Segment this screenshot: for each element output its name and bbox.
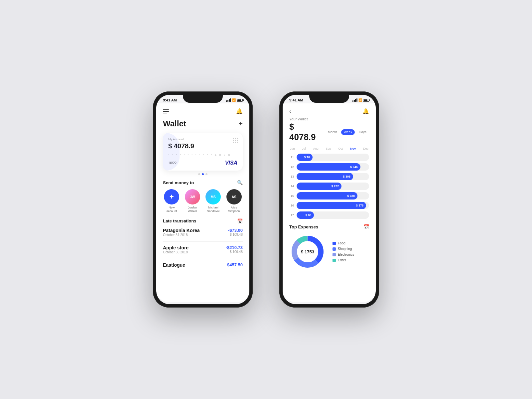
period-selector: Month Week Days: [325, 129, 369, 135]
card-dots-indicator: [163, 173, 243, 175]
status-icons-2: 📶: [352, 98, 369, 102]
month-labels: Jun Jul Aug Sep Oct Nov Dec: [289, 147, 369, 150]
wallet-title-row: Wallet +: [163, 119, 243, 128]
transaction-eastlogue: Eastlogue -$457.50: [163, 262, 243, 268]
wallet-title: Wallet: [163, 119, 186, 128]
tx-sub-2: $ 109.48: [226, 250, 243, 254]
bar-fill: $ 346: [297, 163, 360, 171]
bar-row-14: 14 $ 232: [289, 183, 369, 190]
tx-amount-1: -$73.00: [228, 228, 243, 233]
bell-icon-2[interactable]: 🔔: [362, 108, 369, 114]
label-alice: AliceSimpson: [228, 206, 240, 213]
card-label: My Account: [168, 138, 237, 141]
calendar-icon[interactable]: 📅: [237, 218, 243, 224]
tx-date-1: October 31 2018: [163, 233, 200, 237]
signal-icon-2: [352, 98, 357, 102]
battery-icon-1: [237, 99, 243, 102]
period-month[interactable]: Month: [325, 129, 340, 135]
bar-fill: $ 78: [297, 154, 313, 161]
month-jul: Jul: [302, 147, 306, 150]
bar-day-label: 12: [289, 165, 294, 169]
dot-3: [205, 173, 207, 175]
contact-alice[interactable]: AS AliceSimpson: [225, 189, 243, 213]
tx-amount-3: -$457.50: [226, 262, 243, 267]
bar-day-label: 13: [289, 175, 294, 178]
bar-row-17: 17 $ 83: [289, 211, 369, 219]
donut-row: $ 1753 Food Shopping: [289, 233, 369, 270]
legend-dot-shopping: [332, 247, 336, 251]
bar-fill: $ 83: [297, 211, 314, 219]
label-jordan: JordanWalker: [188, 206, 197, 213]
tx-name-3: Eastlogue: [163, 262, 185, 268]
transaction-patagonia: Patagonia Korea October 31 2018 -$73.00 …: [163, 228, 243, 237]
wallet2-label: Your Wallet: [289, 117, 369, 121]
calendar-icon-2[interactable]: 📅: [363, 224, 369, 229]
wallet2-amount: $ 4078.9: [289, 122, 323, 142]
month-nov: Nov: [350, 147, 356, 150]
legend-electronics: Electronics: [332, 253, 354, 256]
wallet-card[interactable]: My Account $ 4078.9 • • • • • • • • • • …: [163, 133, 243, 171]
bar-row-12: 12 $ 346: [289, 163, 369, 171]
month-aug: Aug: [313, 147, 319, 150]
contacts-row: + Newaccount JW JordanWalker MS MichaelS…: [163, 189, 243, 213]
legend-shopping: Shopping: [332, 247, 354, 251]
screen-2: ‹ 🔔 Your Wallet $ 4078.9 Month Week Days…: [283, 103, 376, 302]
avatar-alice: AS: [226, 189, 242, 204]
label-michael: MichaelSandoval: [207, 206, 219, 213]
menu-icon[interactable]: [163, 109, 169, 113]
expenses-header: Top Expenses 📅: [289, 224, 369, 229]
back-button[interactable]: ‹: [289, 108, 291, 114]
signal-icon-1: [226, 98, 231, 102]
bar-chart: 11 $ 78 12 $ 346 13 $ 308 14 $ 232 15 $ …: [289, 154, 369, 219]
bar-day-label: 11: [289, 156, 294, 159]
tx-name-2: Apple store: [163, 245, 189, 250]
time-2: 9:41 AM: [289, 98, 303, 102]
tx-amount-2: -$210.73: [226, 245, 243, 250]
legend-label-other: Other: [338, 258, 346, 262]
donut-chart: $ 1753: [289, 233, 326, 270]
month-sep: Sep: [326, 147, 331, 150]
bar-fill: $ 378: [297, 202, 366, 209]
notch-1: [183, 95, 223, 103]
battery-icon-2: [363, 99, 369, 102]
legend: Food Shopping Electronics Other: [332, 241, 354, 262]
donut-center-label: $ 1753: [301, 249, 314, 254]
bar-row-15: 15 $ 328: [289, 192, 369, 200]
time-1: 9:41 AM: [163, 98, 177, 102]
bar-track: $ 78: [297, 154, 369, 161]
add-wallet-button[interactable]: +: [238, 119, 243, 128]
contact-jordan[interactable]: JW JordanWalker: [184, 189, 201, 213]
tx-name-1: Patagonia Korea: [163, 228, 200, 233]
transactions-title: Late transations: [163, 218, 196, 223]
legend-dot-electronics: [332, 253, 336, 256]
month-dec: Dec: [363, 147, 368, 150]
period-week[interactable]: Week: [341, 129, 355, 135]
bell-icon[interactable]: 🔔: [236, 108, 243, 114]
transactions-section: Late transations 📅 Patagonia Korea Octob…: [163, 218, 243, 268]
legend-dot-food: [332, 242, 336, 245]
contact-michael[interactable]: MS MichaelSandoval: [204, 189, 222, 213]
bar-track: $ 328: [297, 192, 369, 200]
bar-day-label: 17: [289, 213, 294, 217]
bar-fill: $ 308: [297, 173, 353, 180]
legend-other: Other: [332, 258, 354, 262]
dot-1: [198, 173, 200, 175]
bar-fill: $ 328: [297, 192, 357, 200]
search-icon[interactable]: 🔍: [237, 180, 243, 185]
legend-food: Food: [332, 241, 354, 245]
bar-track: $ 378: [297, 202, 369, 209]
wallet2-top-row: $ 4078.9 Month Week Days: [289, 122, 369, 142]
status-icons-1: 📶: [226, 98, 243, 102]
new-account-avatar: +: [164, 189, 179, 204]
wifi-icon-1: 📶: [232, 98, 236, 102]
period-days[interactable]: Days: [356, 129, 369, 135]
legend-label-food: Food: [338, 241, 345, 245]
new-account-item[interactable]: + Newaccount: [163, 189, 181, 213]
visa-logo: VISA: [225, 160, 237, 166]
legend-dot-other: [332, 259, 336, 262]
avatar-michael: MS: [205, 189, 221, 204]
screen1-header: 🔔: [163, 103, 243, 118]
screen-1: 🔔 Wallet + My Account $ 4078.9 • • • • •…: [156, 103, 249, 302]
bar-track: $ 232: [297, 183, 369, 190]
bar-row-13: 13 $ 308: [289, 173, 369, 180]
